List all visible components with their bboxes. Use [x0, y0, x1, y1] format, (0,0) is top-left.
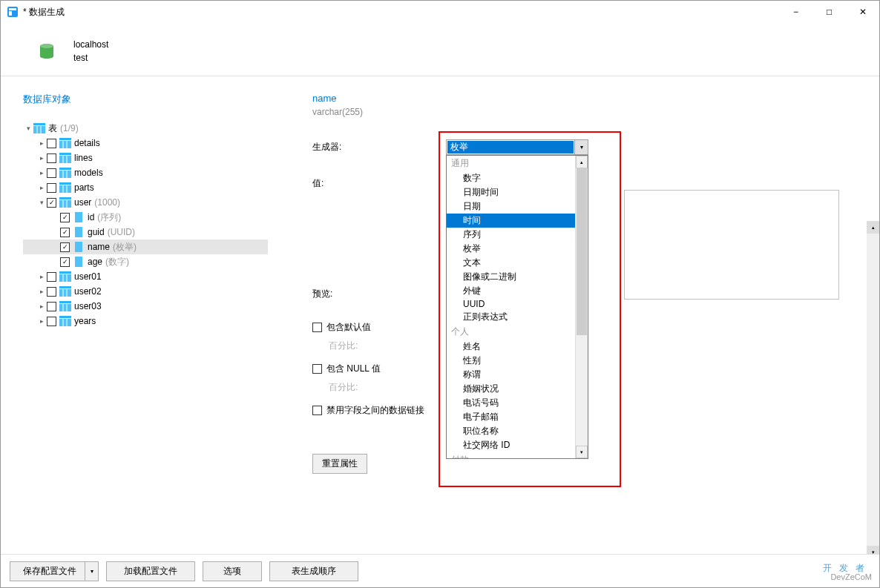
svg-rect-30	[75, 212, 82, 214]
checkbox-icon[interactable]	[47, 302, 56, 311]
checkbox-icon[interactable]	[47, 198, 56, 208]
dropdown-item[interactable]: 姓名	[447, 340, 575, 354]
dropdown-item[interactable]: 日期时间	[447, 185, 575, 199]
dropdown-scrollbar[interactable]: ▴ ▾	[575, 156, 588, 458]
percent-label-2: 百分比:	[329, 381, 857, 394]
maximize-button[interactable]: □	[812, 1, 846, 23]
host-label: localhost	[73, 38, 108, 51]
checkbox-icon[interactable]	[60, 213, 70, 222]
svg-rect-38	[59, 274, 71, 282]
dropdown-item[interactable]: 日期	[447, 199, 575, 214]
checkbox-icon[interactable]	[47, 183, 56, 193]
dropdown-item[interactable]: 职位名称	[447, 424, 575, 438]
scroll-down-icon[interactable]: ▾	[576, 446, 588, 458]
tree-table-user01[interactable]: ▸user01	[23, 269, 268, 284]
checkbox-icon[interactable]	[47, 139, 56, 148]
minimize-button[interactable]: −	[779, 1, 812, 23]
dropdown-item[interactable]: 外键	[447, 284, 575, 298]
svg-rect-2	[9, 11, 12, 16]
dropdown-item[interactable]: 序列	[447, 228, 575, 242]
dropdown-item[interactable]: 社交网络 ID	[447, 438, 575, 452]
checkbox-icon[interactable]	[60, 242, 70, 252]
checkbox-icon[interactable]	[47, 153, 56, 163]
svg-rect-26	[59, 200, 71, 208]
table-order-button[interactable]: 表生成顺序	[269, 561, 358, 581]
generator-dropdown[interactable]: 通用数字日期时间日期时间序列枚举文本图像或二进制外键UUID正则表达式个人姓名性…	[446, 155, 588, 459]
tree-column-id[interactable]: id(序列)	[23, 210, 268, 225]
tree-table-parts[interactable]: ▸parts	[23, 180, 268, 195]
checkbox-icon[interactable]	[47, 287, 56, 297]
dropdown-item[interactable]: UUID	[447, 298, 575, 310]
options-button[interactable]: 选项	[203, 561, 262, 581]
chevron-down-icon[interactable]: ▾	[574, 140, 588, 154]
tree-table-details[interactable]: ▸details	[23, 136, 268, 151]
close-button[interactable]: ✕	[846, 1, 879, 23]
dropdown-group: 付款	[447, 452, 575, 458]
svg-rect-9	[59, 138, 71, 140]
value-textarea[interactable]	[624, 190, 839, 300]
generator-value: 枚举	[447, 141, 574, 153]
svg-rect-41	[59, 286, 71, 288]
svg-rect-22	[59, 185, 71, 193]
dropdown-item[interactable]: 电话号码	[447, 396, 575, 410]
object-tree[interactable]: ▾表(1/9)▸details▸lines▸models▸parts▾user(…	[23, 121, 268, 328]
svg-rect-46	[59, 304, 71, 311]
tree-table-user03[interactable]: ▸user03	[23, 299, 268, 314]
dropdown-item[interactable]: 数字	[447, 171, 575, 185]
svg-point-4	[40, 44, 53, 48]
checkbox-icon[interactable]	[47, 272, 56, 282]
tree-table-years[interactable]: ▸years	[23, 314, 268, 328]
dropdown-item[interactable]: 文本	[447, 256, 575, 270]
tree-column-age[interactable]: age(数字)	[23, 254, 268, 269]
field-type: varchar(255)	[312, 107, 857, 117]
database-icon	[38, 42, 56, 60]
chevron-down-icon[interactable]: ▾	[85, 562, 98, 581]
tree-column-name[interactable]: name(枚举)	[23, 240, 268, 254]
checkbox-icon	[312, 364, 322, 374]
generator-combo[interactable]: 枚举 ▾	[446, 139, 588, 155]
window-title: * 数据生成	[23, 6, 779, 19]
load-config-button[interactable]: 加载配置文件	[106, 561, 195, 581]
checkbox-icon[interactable]	[60, 257, 70, 267]
tree-column-guid[interactable]: guid(UUID)	[23, 225, 268, 240]
svg-rect-49	[59, 316, 71, 318]
panel-scrollbar[interactable]: ▴ ▾	[867, 221, 879, 558]
dropdown-item[interactable]: 枚举	[447, 242, 575, 256]
tree-table-models[interactable]: ▸models	[23, 165, 268, 180]
titlebar: * 数据生成 − □ ✕	[1, 1, 879, 23]
reset-button[interactable]: 重置属性	[312, 454, 367, 474]
save-config-button[interactable]: 保存配置文件 ▾	[10, 561, 99, 581]
checkbox-icon[interactable]	[47, 168, 56, 178]
tree-table-user[interactable]: ▾user(1000)	[23, 195, 268, 210]
connection-header: localhost test	[1, 23, 879, 76]
svg-rect-14	[59, 156, 71, 163]
dropdown-item[interactable]: 婚姻状况	[447, 382, 575, 396]
dropdown-item[interactable]: 时间	[447, 214, 575, 228]
svg-rect-1	[9, 8, 16, 10]
dropdown-item[interactable]: 正则表达式	[447, 310, 575, 324]
tree-table-user02[interactable]: ▸user02	[23, 284, 268, 299]
dropdown-item[interactable]: 图像或二进制	[447, 270, 575, 284]
database-label: test	[73, 51, 108, 65]
checkbox-icon[interactable]	[60, 228, 70, 237]
tree-table-lines[interactable]: ▸lines	[23, 151, 268, 165]
preview-label: 预览:	[312, 286, 446, 300]
svg-rect-50	[59, 319, 71, 326]
section-title: 数据库对象	[23, 93, 268, 106]
scroll-up-icon[interactable]: ▴	[867, 221, 879, 234]
tree-root[interactable]: ▾表(1/9)	[23, 121, 268, 136]
checkbox-icon[interactable]	[47, 317, 56, 326]
svg-rect-36	[75, 257, 82, 259]
checkbox-icon	[312, 323, 322, 332]
svg-rect-5	[33, 123, 45, 125]
footer-toolbar: 保存配置文件 ▾ 加载配置文件 选项 表生成顺序	[1, 554, 879, 587]
left-panel: 数据库对象 ▾表(1/9)▸details▸lines▸models▸parts…	[1, 76, 290, 560]
app-icon	[7, 6, 19, 18]
dropdown-item[interactable]: 电子邮箱	[447, 410, 575, 424]
value-label: 值:	[312, 176, 446, 190]
scroll-thumb[interactable]	[577, 168, 587, 335]
dropdown-item[interactable]: 性别	[447, 354, 575, 368]
svg-rect-45	[59, 301, 71, 303]
scroll-up-icon[interactable]: ▴	[576, 156, 588, 168]
dropdown-item[interactable]: 称谓	[447, 368, 575, 382]
